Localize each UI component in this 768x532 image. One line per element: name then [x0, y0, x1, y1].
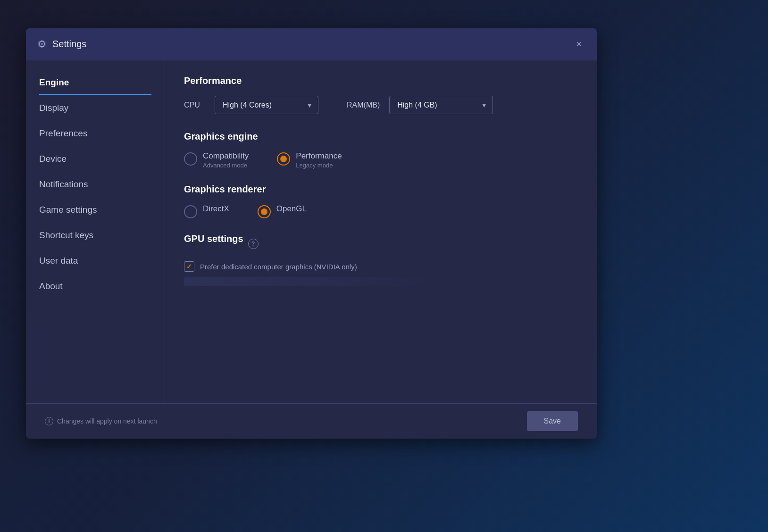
dialog-body: Engine Display Preferences Device Notifi… [26, 60, 597, 403]
sidebar-item-shortcut-keys[interactable]: Shortcut keys [26, 223, 165, 248]
radio-inner-performance [280, 156, 287, 162]
opengl-text-group: OpenGL [276, 204, 307, 214]
performance-text-group: Performance Legacy mode [296, 151, 342, 169]
directx-label: DirectX [203, 204, 229, 214]
main-content: Performance CPU High (4 Cores) Medium (2… [165, 60, 597, 403]
graphics-engine-radio-group: Compatibility Advanced mode Performance … [184, 151, 578, 169]
graphics-engine-section: Graphics engine Compatibility Advanced m… [184, 131, 578, 169]
compatibility-label: Compatibility [203, 151, 249, 161]
ram-label: RAM(MB) [347, 101, 380, 109]
nvidia-checkbox[interactable]: ✓ [184, 261, 194, 272]
save-button[interactable]: Save [527, 411, 578, 431]
radio-directx[interactable]: DirectX [184, 204, 229, 218]
ram-select[interactable]: High (4 GB) Medium (2 GB) Low (1 GB) [389, 96, 493, 114]
cpu-select[interactable]: High (4 Cores) Medium (2 Cores) Low (1 C… [215, 96, 318, 114]
graphics-renderer-radio-group: DirectX OpenGL [184, 204, 578, 218]
dialog-title: Settings [52, 39, 86, 50]
graphics-renderer-section: Graphics renderer DirectX OpenGL [184, 184, 578, 218]
graphics-renderer-title: Graphics renderer [184, 184, 578, 195]
footer-info-text: Changes will apply on next launch [57, 417, 157, 425]
performance-sublabel: Legacy mode [296, 162, 342, 169]
info-icon: i [45, 417, 53, 425]
performance-row: CPU High (4 Cores) Medium (2 Cores) Low … [184, 96, 578, 114]
footer-info: i Changes will apply on next launch [45, 417, 157, 425]
gpu-settings-section: GPU settings ? ✓ Prefer dedicated comput… [184, 233, 578, 286]
sidebar: Engine Display Preferences Device Notifi… [26, 60, 165, 403]
compatibility-text-group: Compatibility Advanced mode [203, 151, 249, 169]
radio-performance[interactable]: Performance Legacy mode [277, 151, 342, 169]
title-group: ⚙ Settings [37, 38, 86, 50]
gear-icon: ⚙ [37, 38, 47, 50]
gpu-checkbox-row: ✓ Prefer dedicated computer graphics (NV… [184, 261, 578, 272]
sidebar-item-display[interactable]: Display [26, 95, 165, 121]
gpu-title-row: GPU settings ? [184, 233, 578, 254]
dialog-footer: i Changes will apply on next launch Save [26, 403, 597, 439]
nvidia-checkbox-label: Prefer dedicated computer graphics (NVID… [200, 263, 357, 271]
radio-compatibility[interactable]: Compatibility Advanced mode [184, 151, 249, 169]
cpu-label: CPU [184, 101, 205, 109]
compatibility-sublabel: Advanced mode [203, 162, 249, 169]
radio-circle-opengl [258, 205, 271, 218]
opengl-label: OpenGL [276, 204, 307, 214]
sidebar-item-engine[interactable]: Engine [26, 70, 165, 95]
sidebar-item-user-data[interactable]: User data [26, 248, 165, 274]
sidebar-item-notifications[interactable]: Notifications [26, 172, 165, 197]
directx-text-group: DirectX [203, 204, 229, 214]
cpu-select-wrapper: High (4 Cores) Medium (2 Cores) Low (1 C… [215, 96, 318, 114]
ram-group: RAM(MB) High (4 GB) Medium (2 GB) Low (1… [347, 96, 493, 114]
radio-circle-performance [277, 152, 290, 166]
radio-circle-directx [184, 205, 197, 218]
sidebar-item-preferences[interactable]: Preferences [26, 121, 165, 146]
dialog-header: ⚙ Settings × [26, 28, 597, 60]
sidebar-item-about[interactable]: About [26, 274, 165, 299]
gpu-help-icon[interactable]: ? [248, 239, 259, 249]
radio-opengl[interactable]: OpenGL [258, 204, 307, 218]
performance-section: Performance CPU High (4 Cores) Medium (2… [184, 75, 578, 114]
settings-dialog: ⚙ Settings × Engine Display Preferences … [26, 28, 597, 439]
graphics-engine-title: Graphics engine [184, 131, 578, 142]
close-button[interactable]: × [572, 37, 585, 51]
ram-select-wrapper: High (4 GB) Medium (2 GB) Low (1 GB) ▼ [389, 96, 493, 114]
checkbox-checkmark: ✓ [186, 263, 192, 270]
sidebar-item-game-settings[interactable]: Game settings [26, 197, 165, 223]
radio-circle-compatibility [184, 152, 197, 166]
radio-inner-opengl [261, 208, 267, 215]
performance-title: Performance [184, 75, 578, 86]
performance-label: Performance [296, 151, 342, 161]
sidebar-item-device[interactable]: Device [26, 146, 165, 172]
blurred-info-row [184, 277, 440, 286]
gpu-settings-title: GPU settings [184, 233, 243, 244]
